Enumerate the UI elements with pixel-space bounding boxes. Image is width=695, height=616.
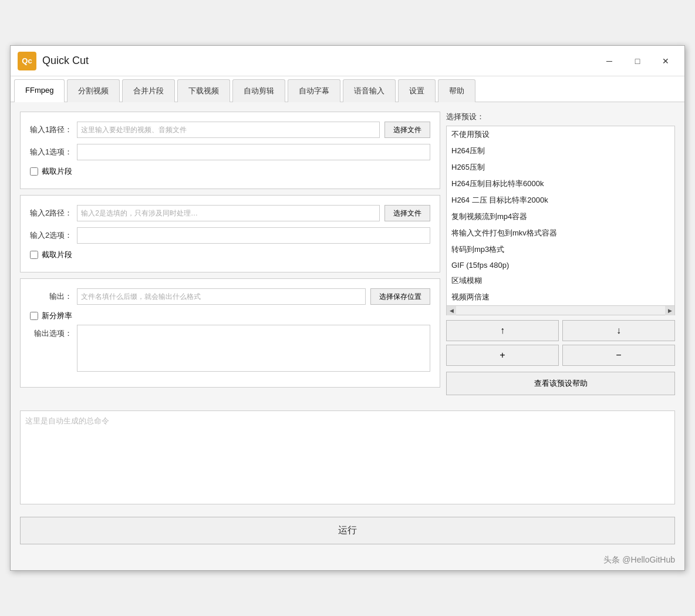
right-panel: 选择预设： 不使用预设 H264压制 H265压制 H264压制目标比特率600…	[446, 112, 675, 395]
preset-buttons: ↑ ↓ + − 查看该预设帮助	[446, 320, 675, 395]
run-button[interactable]: 运行	[20, 517, 675, 544]
tabbar: FFmpeg 分割视频 合并片段 下载视频 自动剪辑 自动字幕 语音输入 设置 …	[11, 76, 684, 102]
input1-options-label: 输入1选项：	[30, 147, 72, 157]
input1-options-field[interactable]	[77, 144, 430, 160]
output-resolution-label: 新分辨率	[42, 311, 72, 321]
preset-up-button[interactable]: ↑	[446, 320, 559, 341]
preset-item-9[interactable]: 区域模糊	[447, 272, 674, 289]
tab-voiceinput[interactable]: 语音输入	[343, 79, 396, 102]
command-area	[11, 405, 684, 512]
preset-item-3[interactable]: H264压制目标比特率6000k	[447, 176, 674, 192]
output-label: 输出：	[30, 291, 72, 302]
output-select-button[interactable]: 选择保存位置	[370, 288, 430, 305]
maximize-button[interactable]: □	[626, 52, 649, 70]
output-path-field[interactable]	[77, 288, 366, 305]
tab-ffmpeg[interactable]: FFmpeg	[14, 79, 65, 102]
titlebar-left: Qc Quick Cut	[18, 52, 89, 70]
input1-path-row: 输入1路径： 选择文件	[30, 122, 430, 138]
preset-item-10[interactable]: 视频两倍速	[447, 289, 674, 305]
tab-merge[interactable]: 合并片段	[122, 79, 175, 102]
run-section: 运行	[11, 512, 684, 551]
tab-download[interactable]: 下载视频	[177, 79, 230, 102]
tab-help[interactable]: 帮助	[438, 79, 475, 102]
input2-section: 输入2路径： 选择文件 输入2选项： 截取片段	[20, 195, 440, 272]
output-options-field[interactable]	[77, 325, 430, 372]
titlebar-controls: ─ □ ✕	[598, 52, 677, 70]
tab-autoedit[interactable]: 自动剪辑	[232, 79, 285, 102]
output-resolution-checkbox[interactable]	[30, 312, 38, 320]
preset-item-1[interactable]: H264压制	[447, 143, 674, 159]
app-title: Quick Cut	[42, 55, 89, 67]
command-textarea[interactable]	[20, 410, 675, 504]
input1-path-label: 输入1路径：	[30, 124, 72, 135]
preset-item-7[interactable]: 转码到mp3格式	[447, 241, 674, 258]
preset-down-button[interactable]: ↓	[562, 320, 675, 341]
output-options-row: 输出选项：	[30, 325, 430, 372]
watermark: 头条 @HelloGitHub	[11, 551, 684, 570]
input2-clip-label: 截取片段	[42, 250, 72, 260]
tab-split[interactable]: 分割视频	[67, 79, 120, 102]
preset-label: 选择预设：	[446, 112, 675, 122]
preset-item-5[interactable]: 复制视频流到mp4容器	[447, 208, 674, 225]
preset-item-8[interactable]: GIF (15fps 480p)	[447, 258, 674, 272]
input1-section: 输入1路径： 选择文件 输入1选项： 截取片段	[20, 112, 440, 189]
input2-options-label: 输入2选项：	[30, 230, 72, 241]
output-path-row: 输出： 选择保存位置	[30, 288, 430, 305]
preset-remove-button[interactable]: −	[562, 345, 675, 366]
input1-options-row: 输入1选项：	[30, 144, 430, 160]
preset-item-4[interactable]: H264 二压 目标比特率2000k	[447, 192, 674, 208]
preset-list[interactable]: 不使用预设 H264压制 H265压制 H264压制目标比特率6000k H26…	[446, 126, 675, 306]
input2-clip-row: 截取片段	[30, 250, 430, 260]
input1-clip-checkbox[interactable]	[30, 167, 38, 176]
close-button[interactable]: ✕	[654, 52, 677, 70]
output-section: 输出： 选择保存位置 新分辨率 输出选项：	[20, 278, 440, 388]
tab-settings[interactable]: 设置	[398, 79, 436, 102]
input1-clip-label: 截取片段	[42, 166, 72, 177]
output-options-label: 输出选项：	[30, 325, 72, 339]
input2-options-row: 输入2选项：	[30, 227, 430, 244]
tab-subtitle[interactable]: 自动字幕	[288, 79, 340, 102]
preset-hscroll: ◀ ▶	[446, 306, 675, 315]
preset-item-6[interactable]: 将输入文件打包到mkv格式容器	[447, 225, 674, 241]
output-resolution-row: 新分辨率	[30, 311, 430, 321]
input2-select-button[interactable]: 选择文件	[384, 205, 430, 221]
hscroll-right-btn[interactable]: ▶	[665, 306, 674, 315]
titlebar: Qc Quick Cut ─ □ ✕	[11, 46, 684, 76]
main-content: 输入1路径： 选择文件 输入1选项： 截取片段 输入2路径：	[11, 102, 684, 405]
input2-path-field[interactable]	[77, 205, 380, 221]
app-icon: Qc	[18, 52, 36, 70]
input1-select-button[interactable]: 选择文件	[384, 122, 430, 138]
hscroll-left-btn[interactable]: ◀	[447, 306, 456, 315]
input2-path-label: 输入2路径：	[30, 208, 72, 218]
preset-add-button[interactable]: +	[446, 345, 559, 366]
preset-item-0[interactable]: 不使用预设	[447, 126, 674, 143]
minimize-button[interactable]: ─	[598, 52, 621, 70]
preset-help-button[interactable]: 查看该预设帮助	[446, 372, 675, 395]
input2-clip-checkbox[interactable]	[30, 251, 38, 259]
preset-addremove-row: + −	[446, 345, 675, 366]
app-window: Qc Quick Cut ─ □ ✕ FFmpeg 分割视频 合并片段 下载视频…	[10, 45, 685, 571]
input2-path-row: 输入2路径： 选择文件	[30, 205, 430, 221]
preset-updown-row: ↑ ↓	[446, 320, 675, 341]
input2-options-field[interactable]	[77, 227, 430, 244]
input1-path-field[interactable]	[77, 122, 380, 138]
hscroll-track	[456, 306, 665, 315]
left-panel: 输入1路径： 选择文件 输入1选项： 截取片段 输入2路径：	[20, 112, 440, 395]
input1-clip-row: 截取片段	[30, 166, 430, 177]
preset-item-2[interactable]: H265压制	[447, 159, 674, 176]
